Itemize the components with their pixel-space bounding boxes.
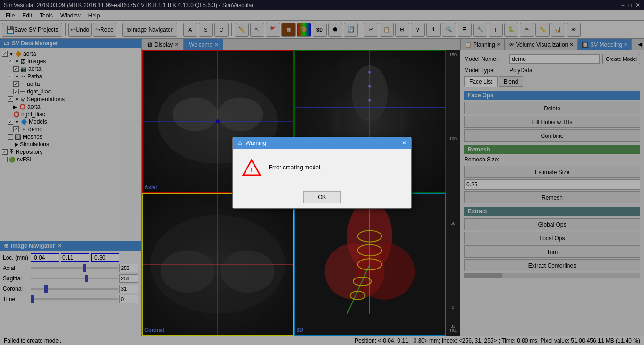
modal-message: Error creating model. [269, 164, 322, 171]
modal-close-icon[interactable]: ✕ [402, 140, 407, 146]
modal-title: Warning [246, 140, 266, 146]
modal-titlebar: ⚠ Warning ✕ [233, 137, 411, 149]
svg-text:!: ! [251, 167, 253, 174]
modal-footer: OK [233, 186, 411, 208]
modal-overlay: ⚠ Warning ✕ ! Error creating model. OK [0, 0, 644, 345]
warning-modal: ⚠ Warning ✕ ! Error creating model. OK [232, 137, 412, 209]
warning-triangle-icon: ! [242, 158, 261, 177]
modal-body: ! Error creating model. [233, 149, 411, 186]
modal-ok-button[interactable]: OK [303, 191, 341, 203]
modal-title-icon: ⚠ [237, 140, 243, 146]
